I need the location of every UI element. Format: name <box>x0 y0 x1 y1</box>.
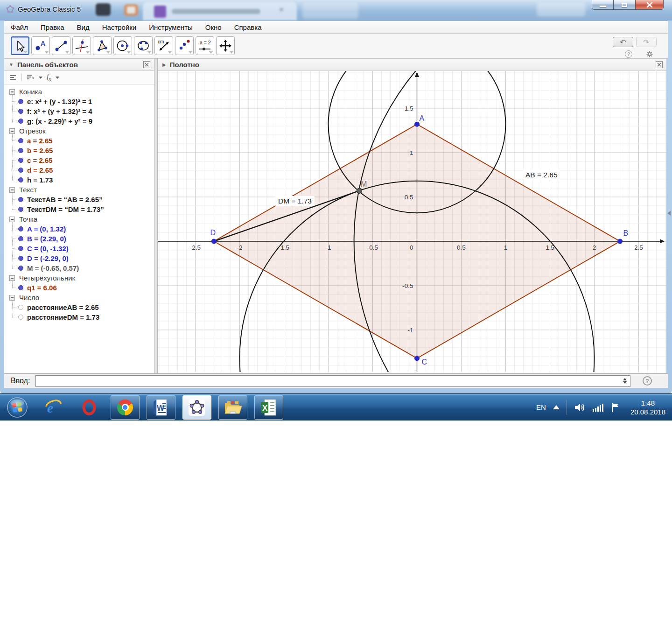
menu-item-окно[interactable]: Окно <box>205 23 222 31</box>
tree-item[interactable]: c = 2.65 <box>4 155 154 165</box>
tree-group-Четырёхугольник[interactable]: Четырёхугольник <box>4 273 154 283</box>
taskbar-geogebra-button[interactable] <box>182 395 211 420</box>
line-tool-button[interactable] <box>52 36 70 55</box>
collapse-minus-icon[interactable] <box>9 89 15 95</box>
graphics-canvas[interactable]: -2.5-2-1.5-1-0.50.511.522.501.510.5-0.5-… <box>158 71 666 372</box>
tool-dropdown-arrow[interactable] <box>189 51 192 54</box>
language-indicator[interactable]: EN <box>536 403 546 411</box>
collapse-minus-icon[interactable] <box>9 295 15 301</box>
chevron-down-icon[interactable] <box>39 77 42 79</box>
point-B[interactable]: B <box>617 229 628 244</box>
titlebar[interactable]: × GeoGebra Classic 5 <box>0 0 672 21</box>
tool-dropdown-arrow[interactable] <box>168 51 172 54</box>
collapse-minus-icon[interactable] <box>9 275 15 281</box>
conic-tool-button[interactable] <box>134 36 153 55</box>
text-label[interactable]: DM = 1.73 <box>275 196 315 206</box>
auxiliary-objects-icon[interactable] <box>9 74 17 81</box>
collapse-triangle-icon[interactable]: ▶ <box>162 62 166 67</box>
taskbar-opera-button[interactable] <box>75 395 104 420</box>
tool-dropdown-arrow[interactable] <box>230 51 233 54</box>
input-history-spinner[interactable] <box>621 376 629 386</box>
tree-item[interactable]: g: (x - 2.29)² + y² = 9 <box>4 116 154 126</box>
tree-group-Число[interactable]: Число <box>4 293 154 302</box>
visibility-bullet-icon[interactable] <box>18 109 23 114</box>
collapse-minus-icon[interactable] <box>9 217 15 222</box>
point-tool-button[interactable]: A <box>31 36 50 55</box>
point-A[interactable]: A <box>414 114 425 127</box>
tree-item[interactable]: ТекстDM = “DM = 1.73” <box>4 204 154 214</box>
tree-item[interactable]: d = 2.65 <box>4 165 154 175</box>
move-tool-button[interactable] <box>11 36 29 55</box>
move-graphics-tool-button[interactable] <box>216 36 235 55</box>
sort-objects-icon[interactable] <box>26 74 35 81</box>
taskbar-chrome-button[interactable] <box>111 395 140 420</box>
collapse-triangle-icon[interactable]: ▼ <box>9 62 14 67</box>
taskbar-word-button[interactable]: W <box>147 395 175 420</box>
panel-splitter[interactable] <box>154 59 158 373</box>
visibility-bullet-icon[interactable] <box>18 207 23 212</box>
tool-dropdown-arrow[interactable] <box>45 51 49 54</box>
circle-tool-button[interactable] <box>113 36 132 55</box>
tool-dropdown-arrow[interactable] <box>65 51 69 54</box>
menu-item-настройки[interactable]: Настройки <box>102 23 137 31</box>
tool-dropdown-arrow[interactable] <box>24 51 28 53</box>
tree-item[interactable]: h = 1.73 <box>4 175 154 185</box>
visibility-bullet-icon[interactable] <box>18 256 23 261</box>
tree-group-Коника[interactable]: Коника <box>4 87 154 97</box>
input-help-button[interactable]: ? <box>643 376 652 386</box>
visibility-bullet-icon[interactable] <box>18 197 23 202</box>
close-button[interactable] <box>636 0 664 10</box>
tree-item[interactable]: f: x² + (y + 1.32)² = 4 <box>4 106 154 116</box>
polygon-tool-button[interactable] <box>93 36 112 55</box>
point-C[interactable]: C <box>414 356 427 366</box>
menu-item-справка[interactable]: Справка <box>234 23 262 31</box>
taskbar-excel-button[interactable]: X <box>254 395 283 420</box>
command-input[interactable] <box>35 375 630 387</box>
tree-item[interactable]: расстояниеAB = 2.65 <box>4 302 154 312</box>
menu-item-файл[interactable]: Файл <box>11 23 28 31</box>
tree-item[interactable]: A = (0, 1.32) <box>4 224 154 234</box>
tool-dropdown-arrow[interactable] <box>209 51 213 54</box>
action-center-flag-icon[interactable] <box>610 402 621 413</box>
undo-button[interactable]: ↶ <box>613 37 633 47</box>
collapse-panel-arrow[interactable] <box>667 211 671 216</box>
help-icon[interactable]: ? <box>625 50 632 58</box>
tree-item[interactable]: D = (-2.29, 0) <box>4 253 154 263</box>
maximize-button[interactable] <box>613 0 636 10</box>
tree-item[interactable]: e: x² + (y - 1.32)² = 1 <box>4 97 154 106</box>
tree-group-Текст[interactable]: Текст <box>4 185 154 195</box>
visibility-bullet-icon[interactable] <box>18 177 23 182</box>
chevron-down-icon[interactable] <box>56 77 59 79</box>
tool-dropdown-arrow[interactable] <box>106 51 110 54</box>
measure-tool-button[interactable]: cm <box>154 36 173 55</box>
tree-group-Точка[interactable]: Точка <box>4 214 154 224</box>
taskbar-start-button[interactable] <box>3 395 32 420</box>
tree-item[interactable]: a = 2.65 <box>4 136 154 146</box>
gear-icon[interactable] <box>646 51 653 57</box>
algebra-panel-close-button[interactable] <box>143 61 150 68</box>
redo-button[interactable]: ↷ <box>636 37 657 47</box>
text-label[interactable]: AB = 2.65 <box>523 170 560 180</box>
visibility-bullet-icon[interactable] <box>18 119 23 124</box>
tool-dropdown-arrow[interactable] <box>127 51 131 54</box>
collapse-minus-icon[interactable] <box>9 128 15 134</box>
tree-item[interactable]: M = (-0.65, 0.57) <box>4 263 154 273</box>
clock[interactable]: 1:48 20.08.2018 <box>630 399 665 416</box>
tool-dropdown-arrow[interactable] <box>147 51 151 54</box>
visibility-bullet-icon[interactable] <box>18 236 23 241</box>
taskbar-internet-explorer-button[interactable]: e <box>39 395 68 420</box>
geometry-drawing[interactable]: -2.5-2-1.5-1-0.50.511.522.501.510.5-0.5-… <box>158 71 666 372</box>
visibility-bullet-icon[interactable] <box>18 138 23 143</box>
visibility-bullet-icon[interactable] <box>18 246 23 251</box>
volume-icon[interactable] <box>574 402 585 413</box>
tree-item[interactable]: b = 2.65 <box>4 146 154 155</box>
tree-item[interactable]: B = (2.29, 0) <box>4 234 154 244</box>
visibility-bullet-icon[interactable] <box>18 148 23 153</box>
minimize-button[interactable] <box>592 0 613 10</box>
tree-group-Отрезок[interactable]: Отрезок <box>4 126 154 136</box>
menu-item-правка[interactable]: Правка <box>41 23 64 31</box>
tool-dropdown-arrow[interactable] <box>86 51 90 54</box>
visibility-bullet-icon[interactable] <box>18 158 23 163</box>
visibility-bullet-icon[interactable] <box>18 305 23 310</box>
tree-item[interactable]: ТекстAB = “AB = 2.65” <box>4 195 154 204</box>
